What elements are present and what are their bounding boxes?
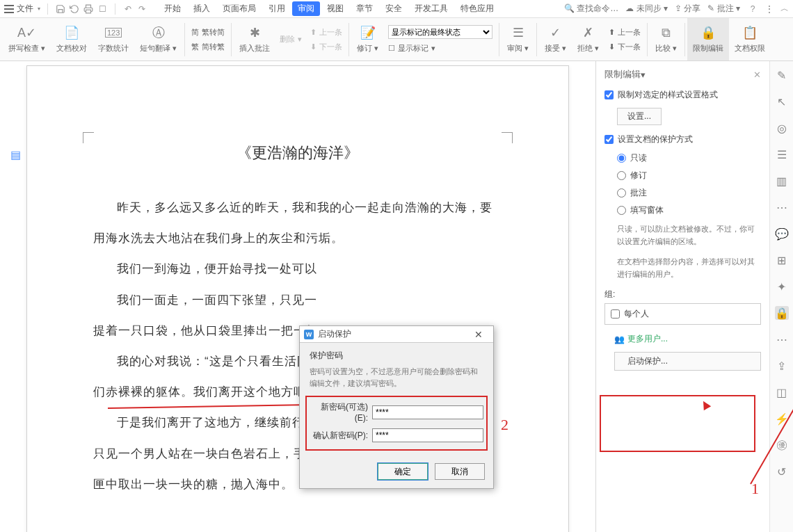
limit-style-checkbox[interactable] — [604, 90, 614, 99]
hamburger-icon[interactable] — [4, 5, 14, 13]
compare[interactable]: ⧉ 比较 ▾ — [650, 18, 682, 61]
tab-ref[interactable]: 引用 — [263, 1, 291, 16]
undo2-icon[interactable]: ↶ — [122, 3, 134, 15]
para-2: 我们一到海边，便开始寻找一处可以 — [93, 254, 502, 284]
confirm-password-input[interactable] — [372, 428, 483, 442]
print-icon[interactable] — [83, 3, 94, 15]
group-box: 每个人 — [604, 303, 761, 325]
undo-icon[interactable] — [69, 3, 80, 15]
tab-view[interactable]: 视图 — [321, 1, 349, 16]
spell-icon: A✓ — [19, 25, 35, 40]
rail-doc-icon[interactable]: ☰ — [775, 147, 789, 161]
radio-form[interactable] — [617, 206, 626, 215]
share-button[interactable]: ⇪ 分享 — [675, 3, 700, 15]
tab-layout[interactable]: 页面布局 — [217, 1, 262, 16]
comment-icon: ✱ — [247, 25, 262, 40]
word-count[interactable]: 123 字数统计 — [93, 18, 134, 61]
spell-check[interactable]: A✓ 拼写检查 ▾ — [3, 18, 51, 61]
translate[interactable]: Ⓐ 短句翻译 ▾ — [134, 18, 182, 61]
rail-comment-icon[interactable]: 💬 — [775, 227, 789, 241]
radio-comment[interactable] — [617, 188, 626, 198]
new-password-input[interactable] — [372, 405, 483, 419]
confirm-password-label: 确认新密码(P): — [310, 430, 368, 442]
revise[interactable]: 📝 修订 ▾ — [351, 18, 384, 61]
everyone-checkbox[interactable] — [611, 309, 620, 319]
radio-comment-label: 批注 — [630, 187, 647, 199]
prev-change[interactable]: ⬆ 上一条 — [609, 27, 641, 38]
t2s-icon: 简 — [191, 27, 199, 38]
next-comment[interactable]: ⬇ 下一条 — [310, 42, 342, 52]
collapse-icon[interactable]: ︿ — [780, 3, 789, 15]
accept[interactable]: ✓ 接受 ▾ — [539, 18, 572, 61]
tab-review[interactable]: 审阅 — [292, 1, 320, 16]
new-password-label: 新密码(可选)(E): — [310, 401, 368, 423]
panel-close[interactable]: ✕ — [753, 70, 761, 80]
more-icon[interactable]: ⋮ — [765, 4, 774, 14]
ribbon-tabs: 开始 插入 页面布局 引用 审阅 视图 章节 安全 开发工具 特色应用 — [159, 1, 499, 16]
group-label: 组: — [604, 289, 761, 300]
rail-more2-icon[interactable]: ⋯ — [775, 332, 789, 346]
next-change[interactable]: ⬇ 下一条 — [609, 42, 641, 52]
proofread[interactable]: 📄 文档校对 — [51, 18, 93, 61]
tab-chapter[interactable]: 章节 — [351, 1, 378, 16]
limit-style-label: 限制对选定的样式设置格式 — [618, 89, 718, 101]
preview-icon[interactable]: ☐ — [97, 3, 108, 15]
tab-dev[interactable]: 开发工具 — [409, 1, 454, 16]
rail-bolt-icon[interactable]: ⚡ — [775, 412, 789, 426]
password-fields-highlight: 新密码(可选)(E): 确认新密码(P): — [305, 396, 488, 451]
tab-security[interactable]: 安全 — [380, 1, 408, 16]
rail-time-icon[interactable]: ↺ — [775, 465, 789, 478]
proof-icon: 📄 — [64, 25, 79, 40]
show-markup[interactable]: ☐ 显示标记 ▾ — [388, 43, 492, 54]
delete-comment[interactable]: 删除 ▾ — [280, 34, 302, 45]
redo-icon[interactable]: ↷ — [136, 3, 147, 15]
reject[interactable]: ✗ 拒绝 ▾ — [572, 18, 604, 61]
set-protect-checkbox[interactable] — [604, 135, 614, 144]
review-btn[interactable]: ☰ 审阅 ▾ — [502, 18, 534, 61]
annotation-num-1: 1 — [751, 480, 759, 498]
rail-chart-icon[interactable]: ◫ — [775, 385, 789, 399]
rail-pencil-icon[interactable]: ✎ — [775, 68, 789, 82]
svg-rect-0 — [86, 10, 91, 13]
track-display-select[interactable]: 显示标记的最终状态 — [388, 25, 492, 39]
radio-revise[interactable] — [617, 171, 626, 180]
annotate-button[interactable]: ✎ 批注 ▾ — [707, 3, 740, 15]
rail-settings-icon[interactable]: ✦ — [775, 280, 789, 293]
dialog-close[interactable]: ✕ — [468, 329, 489, 340]
radio-readonly[interactable] — [617, 154, 626, 163]
doc-title: 《更浩瀚的海洋》 — [93, 143, 502, 163]
insert-comment[interactable]: ✱ 插入批注 — [234, 18, 275, 61]
radio-revise-label: 修订 — [630, 170, 647, 182]
doc-permissions[interactable]: 📋 文档权限 — [729, 18, 771, 61]
rail-more-icon[interactable]: ⋯ — [775, 200, 789, 214]
s2t-icon: 繁 — [191, 42, 199, 52]
sync-status[interactable]: ☁ 未同步 ▾ — [625, 3, 668, 15]
tab-insert[interactable]: 插入 — [188, 1, 216, 16]
prev-comment[interactable]: ⬆ 上一条 — [310, 27, 342, 38]
rail-share-icon[interactable]: ⇪ — [775, 359, 789, 373]
file-menu[interactable]: 文件 — [17, 3, 33, 15]
rail-cursor-icon[interactable]: ↖ — [775, 95, 789, 108]
search-box[interactable]: 🔍 查找命令… — [564, 3, 618, 15]
help-icon[interactable]: ? — [747, 3, 758, 15]
rail-blocks-icon[interactable]: ▥ — [775, 174, 789, 188]
simp-to-trad[interactable]: 繁 简转繁 — [191, 42, 225, 52]
rail-grid-icon[interactable]: ⊞ — [775, 253, 789, 267]
settings-button[interactable]: 设置... — [617, 108, 662, 125]
more-users-link[interactable]: 👥 更多用户... — [614, 333, 761, 345]
section-marker-icon: ▤ — [10, 148, 21, 161]
start-protect-button[interactable]: 启动保护... — [614, 352, 761, 371]
right-icon-rail: ✎ ↖ ◎ ☰ ▥ ⋯ 💬 ⊞ ✦ 🔒 ⋯ ⇪ ◫ ⚡ ㊝ ↺ — [769, 61, 793, 532]
restrict-editing-panel: 限制编辑 ▾ ✕ 限制对选定的样式设置格式 设置... 设置文档的保护方式 只读… — [595, 61, 769, 532]
ok-button[interactable]: 确定 — [378, 463, 428, 480]
trad-to-simp[interactable]: 简 繁转简 — [191, 27, 225, 38]
save-icon[interactable] — [55, 3, 66, 15]
rail-target-icon[interactable]: ◎ — [775, 121, 789, 135]
cancel-button[interactable]: 取消 — [435, 463, 485, 480]
restrict-editing[interactable]: 🔒 限制编辑 — [687, 18, 729, 61]
tab-special[interactable]: 特色应用 — [455, 1, 499, 16]
review-icon: ☰ — [511, 25, 526, 40]
rail-lock-icon[interactable]: 🔒 — [775, 306, 789, 320]
tab-start[interactable]: 开始 — [159, 1, 186, 16]
document-canvas: ▤ 《更浩瀚的海洋》 昨天，多么远又多么近的昨天，我和我的心一起走向浩瀚的大海，… — [0, 61, 595, 532]
